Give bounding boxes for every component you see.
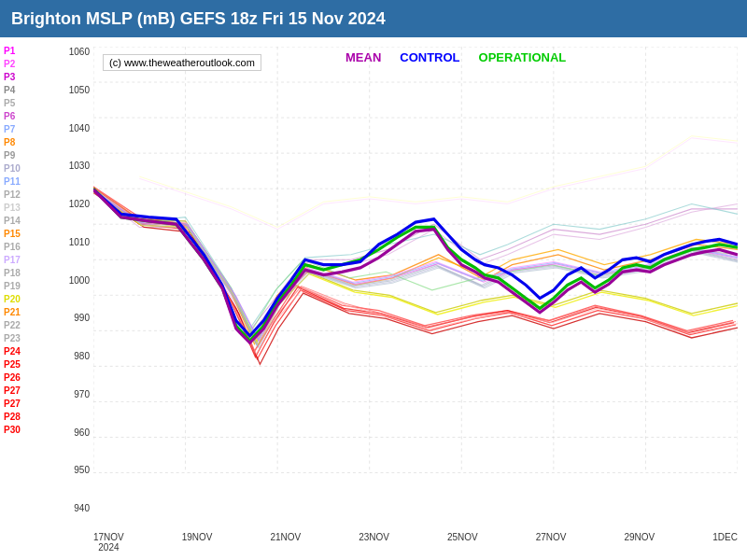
legend-p27: P27 (4, 385, 47, 397)
y-label-1060: 1060 (69, 47, 90, 57)
legend-p20: P20 (4, 293, 47, 305)
x-label-29nov: 29NOV (625, 532, 655, 553)
y-label-1010: 1010 (69, 237, 90, 247)
x-label-21nov: 21NOV (271, 532, 302, 553)
x-label-19nov: 19NOV (182, 532, 213, 553)
legend-p3: P3 (4, 71, 47, 83)
legend-p15: P15 (4, 228, 47, 240)
y-label-970: 970 (74, 389, 90, 399)
y-label-980: 980 (74, 351, 90, 361)
legend-p1: P1 (4, 45, 47, 57)
legend-p28: P28 (4, 411, 47, 423)
legend-p25: P25 (4, 358, 47, 371)
legend-p8: P8 (4, 136, 47, 148)
y-label-950: 950 (74, 465, 90, 475)
y-label-940: 940 (74, 503, 90, 513)
legend-p7: P7 (4, 123, 47, 135)
legend-p19: P19 (4, 280, 47, 292)
legend-p11: P11 (4, 175, 47, 188)
x-label-1dec: 1DEC (712, 532, 738, 553)
x-label-25nov: 25NOV (447, 532, 478, 553)
header-title: Brighton MSLP (mB) GEFS 18z Fri 15 Nov 2… (11, 9, 386, 29)
legend-p16: P16 (4, 241, 47, 253)
legend-p24: P24 (4, 345, 47, 357)
y-label-1020: 1020 (69, 199, 90, 209)
legend-p23: P23 (4, 332, 47, 344)
legend-p6: P6 (4, 110, 47, 122)
legend-p9: P9 (4, 149, 47, 161)
watermark: (c) www.theweatheroutlook.com (103, 54, 261, 71)
legend-p30: P30 (4, 424, 47, 436)
legend-p2: P2 (4, 58, 47, 70)
legend-p5: P5 (4, 97, 47, 109)
legend-p18: P18 (4, 267, 47, 279)
chart-container: (c) www.theweatheroutlook.com MEAN CONTR… (47, 37, 747, 560)
legend-p12: P12 (4, 189, 47, 201)
x-label-17nov: 17NOV2024 (93, 532, 124, 553)
y-axis: 1060 1050 1040 1030 1020 1010 1000 990 9… (47, 47, 93, 513)
y-label-1030: 1030 (69, 161, 90, 171)
x-label-27nov: 27NOV (536, 532, 567, 553)
legend-panel: P1 P2 P3 P4 P5 P6 P7 P8 P9 P10 P11 P12 P… (0, 37, 47, 560)
legend-p27b: P27 (4, 398, 47, 410)
y-label-1040: 1040 (69, 123, 90, 133)
legend-p22: P22 (4, 319, 47, 331)
legend-p10: P10 (4, 162, 47, 175)
legend-p21: P21 (4, 306, 47, 318)
legend-p26: P26 (4, 371, 47, 384)
y-label-1050: 1050 (69, 85, 90, 95)
chart-svg (93, 47, 738, 513)
y-label-960: 960 (74, 427, 90, 438)
header: Brighton MSLP (mB) GEFS 18z Fri 15 Nov 2… (0, 0, 747, 37)
legend-p4: P4 (4, 84, 47, 96)
x-label-23nov: 23NOV (359, 532, 389, 553)
legend-p17: P17 (4, 254, 47, 266)
legend-p13: P13 (4, 202, 47, 214)
y-label-1000: 1000 (69, 275, 90, 286)
y-label-990: 990 (74, 313, 90, 323)
legend-p14: P14 (4, 215, 47, 227)
x-axis: 17NOV2024 19NOV 21NOV 23NOV 25NOV 27NOV … (93, 532, 738, 553)
